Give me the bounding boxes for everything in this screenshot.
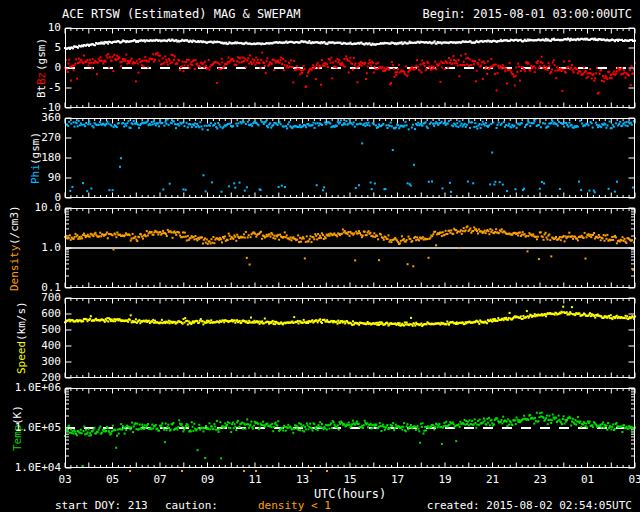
y-axis-title-speed: Speed (km/s) xyxy=(13,292,29,384)
panel-density xyxy=(65,208,635,288)
x-tick-label: 21 xyxy=(481,474,505,486)
y-tick-label: 10.0 xyxy=(14,202,61,214)
density-chart xyxy=(65,208,635,288)
phi-chart xyxy=(65,118,635,198)
page-title: ACE RTSW (Estimated) MAG & SWEPAM xyxy=(62,7,300,21)
temp-chart xyxy=(65,388,635,468)
y-tick-label: 10 xyxy=(14,22,61,34)
y-tick-label: 270 xyxy=(14,132,61,144)
x-tick-label: 17 xyxy=(386,474,410,486)
y-tick-label: 700 xyxy=(14,292,61,304)
y-tick-label: 360 xyxy=(14,112,61,124)
speed-chart xyxy=(65,298,635,378)
caution-label: caution: xyxy=(165,499,218,512)
y-tick-label: 600 xyxy=(14,308,61,320)
bt-bz-chart xyxy=(65,28,635,108)
x-tick-label: 23 xyxy=(528,474,552,486)
y-tick-label: 1.0 xyxy=(14,242,61,254)
y-tick-label: 0 xyxy=(14,62,61,74)
y-tick-label: -5 xyxy=(14,82,61,94)
caution-value: density < 1 xyxy=(258,499,331,512)
panel-bt-bz xyxy=(65,28,635,108)
caution-tick-mark xyxy=(129,470,131,472)
panel-speed xyxy=(65,298,635,378)
begin-timestamp: Begin: 2015-08-01 03:00:00UTC xyxy=(422,7,632,21)
panel-temp xyxy=(65,388,635,468)
y-tick-label: 300 xyxy=(14,356,61,368)
y-tick-label: 5 xyxy=(14,42,61,54)
x-tick-label: 09 xyxy=(196,474,220,486)
y-tick-label: 180 xyxy=(14,152,61,164)
x-tick-label: 07 xyxy=(148,474,172,486)
y-tick-label: 400 xyxy=(14,340,61,352)
y-tick-label: 500 xyxy=(14,324,61,336)
x-tick-label: 01 xyxy=(576,474,600,486)
caution-tick-mark xyxy=(310,470,312,472)
caution-tick-mark xyxy=(326,470,328,472)
x-tick-label: 19 xyxy=(433,474,457,486)
caution-tick-mark xyxy=(181,470,183,472)
x-tick-label: 05 xyxy=(101,474,125,486)
y-tick-label: 1.0E+05 xyxy=(14,422,61,434)
x-tick-label: 15 xyxy=(338,474,362,486)
y-tick-label: 1.0E+06 xyxy=(14,382,61,394)
ace-rtsw-plot: ACE RTSW (Estimated) MAG & SWEPAM Begin:… xyxy=(0,0,640,512)
start-doy-label: start DOY: 213 xyxy=(55,499,148,512)
x-tick-label: 03 xyxy=(623,474,640,486)
x-tick-label: 13 xyxy=(291,474,315,486)
caution-tick-mark xyxy=(255,470,257,472)
x-tick-label: 03 xyxy=(53,474,77,486)
y-tick-label: 1.0E+04 xyxy=(14,462,61,474)
x-tick-label: 11 xyxy=(243,474,267,486)
created-timestamp: created: 2015-08-02 02:54:05UTC xyxy=(427,499,632,512)
panel-phi xyxy=(65,118,635,198)
y-tick-label: 90 xyxy=(14,172,61,184)
caution-tick-mark xyxy=(243,470,245,472)
